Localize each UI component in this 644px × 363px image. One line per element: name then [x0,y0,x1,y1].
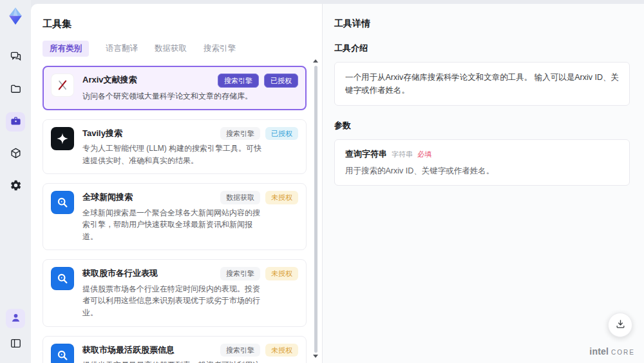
scrollbar-thumb[interactable] [314,66,317,353]
intel-brand-sub: CORE [611,349,635,356]
tool-card-stock-sector-performance[interactable]: 获取股市各行业表现搜索引擎未授权提供股票市场各个行业在特定时间段内的表现。投资者… [43,259,307,326]
magnifier-icon [51,344,74,363]
tool-card-global-news-search[interactable]: 全球新闻搜索数据获取未授权全球新闻搜索是一个聚合全球各大新闻网站内容的搜索引擎，… [43,183,307,250]
param-required-badge: 必填 [417,150,431,159]
scroll-up-arrow[interactable] [313,59,318,63]
scroll-down-arrow[interactable] [313,355,318,358]
category-badge: 搜索引擎 [220,344,260,357]
panel-toggle-button[interactable] [6,335,25,354]
param-type: 字符串 [392,150,413,159]
category-tabs: 所有类别语言翻译数据获取搜索引擎 [43,41,307,57]
folder-icon [10,83,22,97]
tab-all-categories[interactable]: 所有类别 [43,41,89,57]
detail-title: 工具详情 [334,18,630,30]
sidebar-nav [6,48,25,196]
tab-data-fetch[interactable]: 数据获取 [155,41,187,57]
chat-icon [10,50,22,65]
category-badge: 搜索引擎 [220,267,260,280]
magnifier-icon [51,267,74,290]
tool-description: 专为人工智能代理 (LLM) 构建的搜索引擎工具。可快速提供实时、准确和真实的结… [82,142,264,166]
tool-description: 全球新闻搜索是一个聚合全球各大新闻网站内容的搜索引擎，帮助用户快速获取全球最新资… [82,207,264,243]
param-name: 查询字符串 [345,148,387,160]
parameter-box: 查询字符串 字符串 必填 用于搜索的Arxiv ID、关键字或作者姓名。 [334,139,630,186]
sidebar-bottom [6,309,25,354]
intel-core-logo: intel CORE [589,346,635,357]
app-sidebar [0,0,31,363]
tool-card-arxiv-literature-search[interactable]: Arxiv文献搜索搜索引擎已授权访问各个研究领域大量科学论文和文章的存储库。 [43,66,307,110]
main-content: 工具集 所有类别语言翻译数据获取搜索引擎 Arxiv文献搜索搜索引擎已授权访问各… [31,4,644,363]
arxiv-icon [51,74,74,97]
download-icon [615,319,626,332]
cube-icon [10,147,22,162]
sidebar-item-files[interactable] [6,80,25,99]
category-badge: 搜索引擎 [220,127,260,140]
tool-description: 提供当天交易量最高的股票列表，投资者可以利用这些信息来识别流动性强的股票和潜在的… [82,359,264,363]
tool-name: 获取市场最活跃股票信息 [82,344,175,356]
tool-description: 访问各个研究领域大量科学论文和文章的存储库。 [82,90,264,103]
auth-status-badge: 已授权 [264,74,298,88]
tool-card-most-active-stocks[interactable]: 获取市场最活跃股票信息搜索引擎未授权提供当天交易量最高的股票列表，投资者可以利用… [43,336,307,363]
sidebar-item-models[interactable] [6,144,25,164]
category-badge: 搜索引擎 [218,74,259,88]
params-heading: 参数 [334,120,630,132]
download-button[interactable] [608,313,632,337]
intro-text: 一个用于从Arxiv存储库搜索科学论文和文章的工具。 输入可以是Arxiv ID… [345,71,619,97]
sparkle-icon [51,127,74,150]
auth-status-badge: 未授权 [265,191,298,204]
toolset-title: 工具集 [43,18,307,30]
tool-card-list: Arxiv文献搜索搜索引擎已授权访问各个研究领域大量科学论文和文章的存储库。Ta… [43,66,307,363]
gear-icon [10,179,22,194]
auth-status-badge: 未授权 [265,267,298,280]
category-badge: 数据获取 [220,191,260,204]
list-scrollbar[interactable] [314,66,317,353]
tool-name: Arxiv文献搜索 [82,74,137,86]
user-icon [10,311,22,326]
intro-heading: 工具介绍 [334,43,630,54]
tool-name: 全球新闻搜索 [82,191,133,203]
user-avatar-button[interactable] [6,309,25,328]
tool-name: Tavily搜索 [82,127,122,139]
auth-status-badge: 已授权 [265,127,298,140]
tool-detail-panel: 工具详情 工具介绍 一个用于从Arxiv存储库搜索科学论文和文章的工具。 输入可… [322,4,644,363]
app-window: 工具集 所有类别语言翻译数据获取搜索引擎 Arxiv文献搜索搜索引擎已授权访问各… [0,0,644,363]
param-description: 用于搜索的Arxiv ID、关键字或作者姓名。 [345,166,619,177]
panel-toggle-icon [10,337,22,352]
intro-box: 一个用于从Arxiv存储库搜索科学论文和文章的工具。 输入可以是Arxiv ID… [334,62,630,106]
toolset-panel: 工具集 所有类别语言翻译数据获取搜索引擎 Arxiv文献搜索搜索引擎已授权访问各… [31,4,322,363]
tool-card-tavily-search[interactable]: Tavily搜索搜索引擎已授权专为人工智能代理 (LLM) 构建的搜索引擎工具。… [43,119,307,174]
auth-status-badge: 未授权 [265,344,298,357]
toolbox-icon [10,115,22,130]
intel-brand-word: intel [589,346,609,357]
tab-language-translation[interactable]: 语言翻译 [106,41,138,57]
app-logo [6,6,25,26]
tool-name: 获取股市各行业表现 [82,267,158,279]
magnifier-icon [51,191,74,214]
sidebar-item-toolset[interactable] [6,112,25,132]
sidebar-item-settings[interactable] [6,177,25,196]
tool-description: 提供股票市场各个行业在特定时间段内的表现。投资者可以利用这些信息来识别表现优于或… [82,283,264,319]
sidebar-item-chat[interactable] [6,48,25,67]
tab-search-engine[interactable]: 搜索引擎 [204,41,236,57]
